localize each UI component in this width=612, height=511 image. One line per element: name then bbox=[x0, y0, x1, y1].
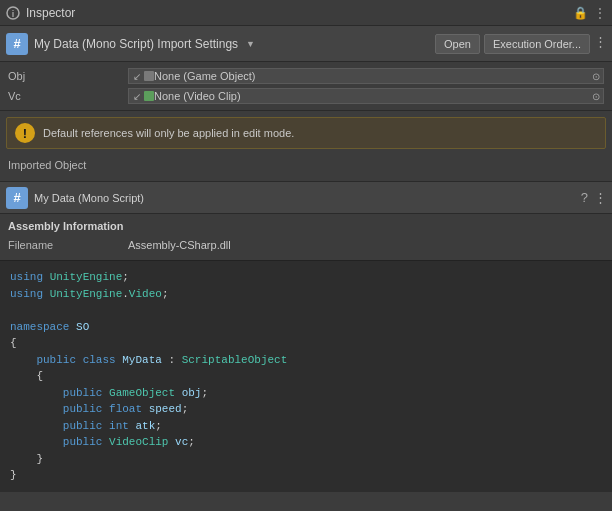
warning-text: Default references will only be applied … bbox=[43, 127, 294, 139]
field-circle-vc[interactable]: ⊙ bbox=[592, 91, 600, 102]
warning-icon: ! bbox=[15, 123, 35, 143]
assembly-title: Assembly Information bbox=[8, 220, 604, 232]
title-bar-left: i Inspector bbox=[6, 6, 75, 20]
field-text-vc: None (Video Clip) bbox=[154, 90, 241, 102]
assembly-filename-label: Filename bbox=[8, 239, 128, 251]
assembly-filename-value: Assembly-CSharp.dll bbox=[128, 239, 231, 251]
code-section: using UnityEngine;using UnityEngine.Vide… bbox=[0, 260, 612, 492]
field-arrow-vc: ↙ bbox=[133, 91, 141, 102]
assembly-section: Assembly Information Filename Assembly-C… bbox=[0, 214, 612, 260]
script-header-left: # My Data (Mono Script) Import Settings … bbox=[6, 33, 255, 55]
imported-object-section: Imported Object bbox=[0, 155, 612, 182]
script-title: My Data (Mono Script) Import Settings bbox=[34, 37, 238, 51]
inspector-icon: i bbox=[6, 6, 20, 20]
execution-order-button[interactable]: Execution Order... bbox=[484, 34, 590, 54]
open-button[interactable]: Open bbox=[435, 34, 480, 54]
field-dot-obj bbox=[144, 71, 154, 81]
imported-object-name: My Data (Mono Script) bbox=[34, 192, 144, 204]
field-label-obj: Obj bbox=[8, 70, 128, 82]
code-line: public int atk; bbox=[10, 418, 602, 435]
code-line: using UnityEngine; bbox=[10, 269, 602, 286]
field-value-obj[interactable]: ↙ None (Game Object) ⊙ bbox=[128, 68, 604, 84]
script-header: # My Data (Mono Script) Import Settings … bbox=[0, 26, 612, 62]
code-line: { bbox=[10, 368, 602, 385]
field-label-vc: Vc bbox=[8, 90, 128, 102]
imported-hash-icon: # bbox=[6, 187, 28, 209]
imported-object-left: # My Data (Mono Script) bbox=[6, 187, 144, 209]
field-arrow-obj: ↙ bbox=[133, 71, 141, 82]
code-line: public float speed; bbox=[10, 401, 602, 418]
imported-object-label: Imported Object bbox=[8, 159, 604, 171]
code-line: } bbox=[10, 451, 602, 468]
code-line: { bbox=[10, 335, 602, 352]
code-line bbox=[10, 302, 602, 319]
svg-text:i: i bbox=[12, 9, 15, 19]
code-line: public GameObject obj; bbox=[10, 385, 602, 402]
field-dot-vc bbox=[144, 91, 154, 101]
script-hash-icon: # bbox=[6, 33, 28, 55]
assembly-filename-row: Filename Assembly-CSharp.dll bbox=[8, 236, 604, 254]
field-text-obj: None (Game Object) bbox=[154, 70, 255, 82]
field-row-obj: Obj ↙ None (Game Object) ⊙ bbox=[0, 66, 612, 86]
script-header-menu-icon[interactable]: ⋮ bbox=[594, 34, 606, 54]
imported-object-row: # My Data (Mono Script) ? ⋮ bbox=[0, 182, 612, 214]
script-dropdown-arrow: ▼ bbox=[246, 39, 255, 49]
title-bar-right: 🔒 ⋮ bbox=[573, 6, 606, 20]
help-icon[interactable]: ? bbox=[581, 190, 588, 205]
code-line: using UnityEngine.Video; bbox=[10, 286, 602, 303]
code-line: namespace SO bbox=[10, 319, 602, 336]
code-line: public class MyData : ScriptableObject bbox=[10, 352, 602, 369]
code-line: public VideoClip vc; bbox=[10, 434, 602, 451]
title-bar: i Inspector 🔒 ⋮ bbox=[0, 0, 612, 26]
imported-menu-icon[interactable]: ⋮ bbox=[594, 190, 606, 205]
fields-section: Obj ↙ None (Game Object) ⊙ Vc ↙ None (Vi… bbox=[0, 62, 612, 111]
script-header-buttons: Open Execution Order... ⋮ bbox=[435, 34, 606, 54]
field-circle-obj[interactable]: ⊙ bbox=[592, 71, 600, 82]
field-value-vc[interactable]: ↙ None (Video Clip) ⊙ bbox=[128, 88, 604, 104]
warning-banner: ! Default references will only be applie… bbox=[6, 117, 606, 149]
inspector-title: Inspector bbox=[26, 6, 75, 20]
titlebar-menu-icon[interactable]: ⋮ bbox=[594, 6, 606, 20]
imported-object-right: ? ⋮ bbox=[581, 190, 606, 205]
field-row-vc: Vc ↙ None (Video Clip) ⊙ bbox=[0, 86, 612, 106]
lock-icon[interactable]: 🔒 bbox=[573, 6, 588, 20]
code-line: } bbox=[10, 467, 602, 484]
